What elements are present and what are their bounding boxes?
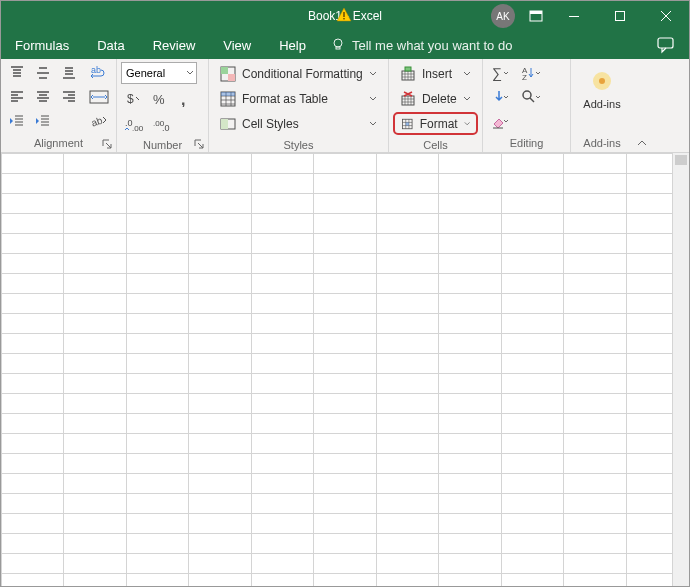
accounting-format-button[interactable]: $ [121, 88, 145, 110]
cell[interactable] [564, 234, 626, 254]
cell[interactable] [376, 194, 438, 214]
cell[interactable] [439, 254, 501, 274]
cell[interactable] [2, 174, 64, 194]
cell[interactable] [64, 554, 126, 574]
cell[interactable] [314, 294, 376, 314]
cell[interactable] [564, 414, 626, 434]
cell[interactable] [501, 254, 563, 274]
cell[interactable] [376, 494, 438, 514]
cell[interactable] [314, 374, 376, 394]
cell[interactable] [64, 214, 126, 234]
cell[interactable] [126, 294, 188, 314]
cell[interactable] [376, 514, 438, 534]
cell[interactable] [314, 334, 376, 354]
cell[interactable] [501, 434, 563, 454]
increase-decimal-button[interactable]: .0.00 [121, 114, 147, 136]
cell[interactable] [251, 494, 313, 514]
merge-center-button[interactable] [85, 86, 113, 108]
cell[interactable] [126, 554, 188, 574]
ribbon-display-options-button[interactable] [521, 1, 551, 31]
cell[interactable] [376, 394, 438, 414]
cell[interactable] [439, 574, 501, 587]
cell-styles-button[interactable]: Cell Styles [213, 112, 384, 135]
cell[interactable] [189, 334, 251, 354]
insert-cells-button[interactable]: Insert [393, 62, 478, 85]
user-avatar[interactable]: AK [491, 4, 515, 28]
cell[interactable] [2, 294, 64, 314]
cell[interactable] [251, 334, 313, 354]
cell[interactable] [64, 494, 126, 514]
cell[interactable] [2, 354, 64, 374]
cell[interactable] [2, 474, 64, 494]
cell[interactable] [251, 394, 313, 414]
tab-review[interactable]: Review [139, 31, 210, 59]
cell[interactable] [64, 154, 126, 174]
cell[interactable] [376, 214, 438, 234]
tab-help[interactable]: Help [265, 31, 320, 59]
cell[interactable] [501, 494, 563, 514]
align-middle-button[interactable] [31, 62, 55, 84]
cell[interactable] [64, 174, 126, 194]
cell[interactable] [376, 254, 438, 274]
cell[interactable] [564, 294, 626, 314]
cell[interactable] [2, 394, 64, 414]
cell[interactable] [2, 234, 64, 254]
cell[interactable] [64, 434, 126, 454]
cell[interactable] [126, 354, 188, 374]
cell[interactable] [126, 154, 188, 174]
cell[interactable] [64, 374, 126, 394]
cell[interactable] [2, 194, 64, 214]
cell[interactable] [564, 434, 626, 454]
cell[interactable] [126, 414, 188, 434]
cell[interactable] [189, 214, 251, 234]
autosum-button[interactable]: ∑ [487, 62, 513, 84]
cell[interactable] [439, 474, 501, 494]
cell[interactable] [564, 254, 626, 274]
cell[interactable] [439, 234, 501, 254]
cell[interactable] [501, 294, 563, 314]
cell[interactable] [126, 174, 188, 194]
align-center-button[interactable] [31, 86, 55, 108]
cell[interactable] [126, 334, 188, 354]
cell[interactable] [189, 394, 251, 414]
cell[interactable] [126, 514, 188, 534]
cell[interactable] [2, 514, 64, 534]
cell[interactable] [251, 554, 313, 574]
cell[interactable] [126, 194, 188, 214]
cell[interactable] [376, 334, 438, 354]
cell[interactable] [376, 414, 438, 434]
cell[interactable] [501, 414, 563, 434]
close-button[interactable] [643, 1, 689, 31]
cell[interactable] [314, 514, 376, 534]
tab-formulas[interactable]: Formulas [1, 31, 83, 59]
cell[interactable] [314, 314, 376, 334]
cell[interactable] [64, 274, 126, 294]
cell[interactable] [314, 274, 376, 294]
cell[interactable] [501, 474, 563, 494]
cell[interactable] [564, 214, 626, 234]
vertical-scrollbar[interactable] [672, 153, 689, 586]
cell[interactable] [376, 434, 438, 454]
cell[interactable] [439, 414, 501, 434]
cell[interactable] [314, 194, 376, 214]
cell[interactable] [126, 474, 188, 494]
cell[interactable] [439, 374, 501, 394]
cell[interactable] [189, 414, 251, 434]
cell[interactable] [189, 254, 251, 274]
cell[interactable] [439, 174, 501, 194]
worksheet-grid[interactable] [1, 153, 689, 586]
find-select-button[interactable] [517, 86, 545, 108]
cell[interactable] [564, 374, 626, 394]
cell[interactable] [126, 314, 188, 334]
cell[interactable] [64, 394, 126, 414]
cell[interactable] [126, 374, 188, 394]
cell[interactable] [501, 534, 563, 554]
minimize-button[interactable] [551, 1, 597, 31]
cell[interactable] [376, 554, 438, 574]
cell[interactable] [501, 454, 563, 474]
cell[interactable] [314, 534, 376, 554]
cell[interactable] [564, 534, 626, 554]
cell[interactable] [314, 474, 376, 494]
cell[interactable] [251, 514, 313, 534]
cell[interactable] [189, 314, 251, 334]
